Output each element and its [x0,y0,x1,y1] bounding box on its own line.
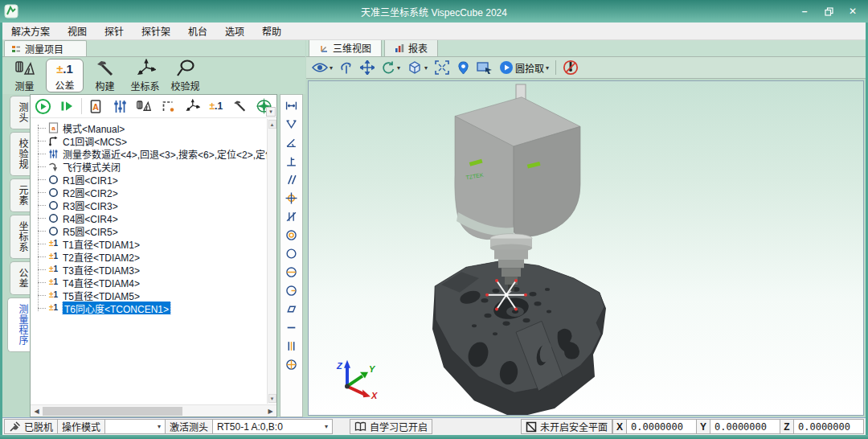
viewport-3d[interactable]: TZTEK [308,80,864,416]
tree-item-14[interactable]: ±1T6同心度<TCONCEN1> [35,302,276,314]
program-step-run-button[interactable] [57,96,77,117]
scroll-left-icon[interactable]: ◀ [31,406,43,416]
tree-item-6[interactable]: R3圆<CIR3> [35,199,276,211]
gdt-angle-point-button[interactable] [282,116,301,133]
gdt-roundness-button[interactable] [282,245,301,262]
vertical-scrollbar[interactable]: ▲ ▼ [267,119,276,404]
tree-item-8[interactable]: R5圆<CIR5> [35,224,276,237]
gdt-distance-button[interactable] [282,97,301,114]
tree-item-1[interactable]: C1回调<MCS> [35,134,276,147]
menu-item-machine[interactable]: 机台 [179,23,216,39]
menu-item-view[interactable]: 视图 [59,23,96,39]
gdt-position-button[interactable] [282,190,301,207]
tree-item-12[interactable]: ±1T4直径<TDIAM4> [35,276,276,289]
menu-item-probe[interactable]: 探针 [96,23,133,39]
tree-item-4[interactable]: R1圆<CIR1> [35,173,276,186]
ribbon-tolerance-button[interactable]: ±.1公差 [46,59,84,92]
tab-report[interactable]: 报表 [384,39,438,56]
tree-item-3[interactable]: 飞行模式关闭 [35,160,276,173]
program-construct-button[interactable] [230,96,250,117]
program-corner-button[interactable] [158,96,178,117]
view-zoom-fit-button[interactable] [434,59,450,76]
view-circle-pick-button[interactable]: 圆拾取▾ [499,60,549,75]
measure-project-icon [11,44,21,54]
view-pan-button[interactable] [360,60,375,75]
program-parameters-button[interactable] [110,96,130,117]
operation-mode-select[interactable]: ▾ [104,419,166,434]
ribbon-measure-label: 测量 [14,79,34,92]
view-rotate-button[interactable]: ▾ [381,60,400,75]
offline-status: 已脱机 [4,419,58,434]
ribbon-gauge-button[interactable]: 校验规 [166,59,204,92]
gdt-radius-button[interactable] [282,282,301,299]
gdt-symmetry-button[interactable] [282,338,301,355]
toolbar-overflow-button[interactable]: ▾ [266,107,276,117]
gdt-true-position-button[interactable] [282,356,301,373]
chevron-down-icon: ▾ [325,423,328,430]
minimize-button[interactable]: – [792,2,817,20]
scroll-up-icon[interactable]: ▲ [268,120,276,129]
gdt-perpendicularity-button[interactable] [282,153,301,170]
view-window-select-button[interactable] [477,61,493,75]
tolerance-item-icon: ±1 [47,264,59,275]
program-run-button[interactable] [33,96,53,117]
gdt-concentricity-button[interactable] [282,227,301,244]
side-tab-coordinate-system[interactable]: 坐标系 [10,215,30,259]
ribbon-construct-button[interactable]: 构建 [86,59,124,92]
horizontal-scrollbar[interactable]: ◀ ▶ [31,404,276,416]
tree-item-5[interactable]: R2圆<CIR2> [35,186,276,199]
gdt-anglev-icon [285,118,297,130]
cmm-probe-head[interactable]: TZTEK [455,84,580,294]
coordinate-x-axis-label: X [612,419,627,434]
tree-item-2[interactable]: 测量参数逼近<4>,回退<3>,搜索<6>,定位<2>,定位加<2>,测 [35,147,276,160]
program-measure-button[interactable] [134,96,154,117]
ribbon-measure-button[interactable]: 测量 [6,59,43,92]
close-button[interactable]: ✕ [841,2,865,20]
workpiece[interactable] [432,261,606,415]
program-auto-label-button[interactable]: A [86,96,106,117]
ring-gauge-icon [175,59,196,78]
menu-item-probe-rack[interactable]: 探针架 [133,23,179,39]
side-tab-tolerance[interactable]: 公差 [10,261,30,295]
scroll-down-icon[interactable]: ▼ [268,394,276,403]
corner-icon [161,99,175,113]
menu-item-help[interactable]: 帮助 [253,23,290,39]
menu-item-options[interactable]: 选项 [216,23,253,39]
view-probe-disabled-button[interactable] [563,59,579,76]
program-tolerance-button[interactable]: ±.1 [206,96,226,117]
menu-item-solution[interactable]: 解决方案 [2,23,59,39]
view-visibility-button[interactable]: ▾ [312,62,333,73]
tree-item-11[interactable]: ±1T3直径<TDIAM3> [35,263,276,276]
ribbon-coordinate-system-button[interactable]: 坐标系 [126,59,164,92]
view-view-cube-button[interactable]: ▾ [407,59,428,76]
tab-measure-project[interactable]: 测量项目 [4,40,87,56]
gdt-straightness-button[interactable] [282,319,301,336]
side-tab-measure-program[interactable]: 测量程序 [7,297,30,352]
gdt-cylindricity-button[interactable] [282,264,301,281]
program-tree: a模式<Manual>C1回调<MCS>测量参数逼近<4>,回退<3>,搜索<6… [31,118,276,404]
pin-icon [457,60,470,76]
scroll-right-icon[interactable]: ▶ [264,406,276,416]
gdt-angularity-button[interactable] [282,208,301,225]
hammer-small-icon [232,99,248,113]
gdt-angle-button[interactable] [282,134,301,151]
side-tab-elements[interactable]: 元素 [10,178,30,212]
tree-item-9[interactable]: ±1T1直径<TDIAM1> [35,237,276,250]
view-locate-button[interactable] [457,60,470,76]
step-run-icon [59,98,75,114]
side-tab-probe-head[interactable]: 测头 [10,96,30,129]
active-probe-select[interactable]: RT50-1 A:0,B:0 ▾ [212,419,333,434]
tree-item-label: 飞行模式关闭 [63,160,121,173]
gdt-flatness-button[interactable] [282,301,301,318]
scrollbar-thumb[interactable] [43,407,182,416]
side-tab-gauge[interactable]: 校验规 [10,132,30,176]
restore-button[interactable] [817,2,841,20]
tree-item-10[interactable]: ±1T2直径<TDIAM2> [35,250,276,263]
tab-view-3d[interactable]: 三维视图 [309,39,382,56]
view-orbit-button[interactable] [339,60,354,75]
gdt-parallelism-button[interactable] [282,171,301,188]
tree-item-0[interactable]: a模式<Manual> [35,121,276,134]
tree-item-7[interactable]: R4圆<CIR4> [35,211,276,224]
program-coordinate-button[interactable] [182,96,202,117]
tree-item-13[interactable]: ±1T5直径<TDIAM5> [35,289,276,302]
